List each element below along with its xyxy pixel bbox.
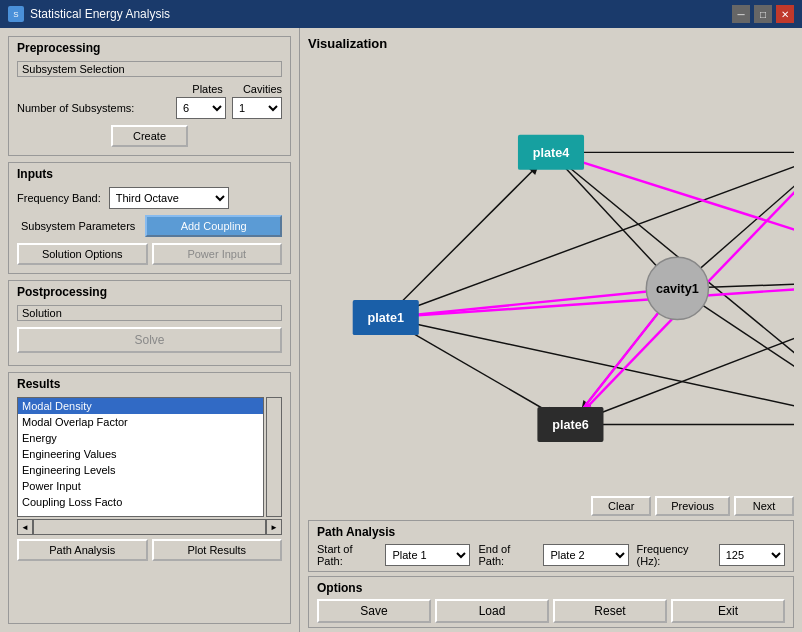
window-title: Statistical Energy Analysis (30, 7, 170, 21)
visualization-title: Visualization (308, 36, 794, 51)
path-analysis-button[interactable]: Path Analysis (17, 539, 148, 561)
app-icon: S (8, 6, 24, 22)
results-list: Modal DensityModal Overlap FactorEnergyE… (17, 397, 264, 517)
svg-line-8 (403, 321, 794, 421)
path-analysis-btn-row: Path Analysis Plot Results (17, 539, 282, 561)
main-container: Preprocessing Subsystem Selection Plates… (0, 28, 802, 632)
svg-text:plate4: plate4 (533, 146, 570, 160)
svg-line-16 (691, 164, 794, 277)
save-button[interactable]: Save (317, 599, 431, 623)
path-analysis-bar: Path Analysis Start of Path: Plate 1Plat… (308, 520, 794, 572)
svg-line-40 (581, 302, 666, 411)
title-bar-left: S Statistical Energy Analysis (8, 6, 170, 22)
scroll-left-arrow[interactable]: ◄ (17, 519, 33, 535)
solution-btns: Solution Options Power Input (17, 243, 282, 265)
graph-node-plate6[interactable]: plate6 (537, 407, 603, 442)
horiz-scrollbar[interactable] (33, 519, 266, 535)
svg-text:cavity1: cavity1 (656, 282, 699, 296)
svg-line-24 (692, 298, 794, 415)
start-of-path-select[interactable]: Plate 1Plate 2Plate 3 (385, 544, 470, 566)
close-button[interactable]: ✕ (776, 5, 794, 23)
title-bar: S Statistical Energy Analysis ─ □ ✕ (0, 0, 802, 28)
cavities-select[interactable]: 1023 (232, 97, 282, 119)
subsystem-params-row: Subsystem Parameters Add Coupling (17, 215, 282, 237)
minimize-button[interactable]: ─ (732, 5, 750, 23)
svg-text:plate1: plate1 (368, 311, 405, 325)
results-list-container: Modal DensityModal Overlap FactorEnergyE… (17, 397, 282, 517)
preprocessing-section: Preprocessing Subsystem Selection Plates… (8, 36, 291, 156)
inputs-title: Inputs (17, 167, 282, 181)
plot-results-button[interactable]: Plot Results (152, 539, 283, 561)
path-row: Start of Path: Plate 1Plate 2Plate 3 End… (317, 543, 785, 567)
results-item[interactable]: Engineering Levels (18, 462, 263, 478)
number-of-subsystems-label: Number of Subsystems: (17, 102, 134, 114)
scroll-right-arrow[interactable]: ► (266, 519, 282, 535)
graph-svg: plate1plate2plate3plate4plate5plate6cavi… (308, 55, 794, 483)
results-scrollbar[interactable] (266, 397, 282, 517)
results-item[interactable]: Engineering Values (18, 446, 263, 462)
end-of-path-select[interactable]: Plate 2Plate 1Plate 3 (543, 544, 628, 566)
options-bar: Options Save Load Reset Exit (308, 576, 794, 628)
subsystem-row: Number of Subsystems: 61234578 1023 (17, 97, 282, 119)
frequency-band-label: Frequency Band: (17, 192, 101, 204)
svg-text:plate6: plate6 (552, 418, 589, 432)
results-section: Results Modal DensityModal Overlap Facto… (8, 372, 291, 624)
right-panel: Visualization plate1plate2plate3plate4pl… (300, 28, 802, 632)
frequency-hz-select[interactable]: 1252505001000 (719, 544, 785, 566)
load-button[interactable]: Load (435, 599, 549, 623)
plates-cavities-header: Plates Cavities (17, 83, 282, 95)
results-item[interactable]: Energy (18, 430, 263, 446)
results-item[interactable]: Coupling Loss Facto (18, 494, 263, 510)
clear-button[interactable]: Clear (591, 496, 651, 516)
svg-text:S: S (13, 10, 18, 19)
results-item[interactable]: Modal Density (18, 398, 263, 414)
end-of-path-label: End of Path: (478, 543, 535, 567)
plates-select[interactable]: 61234578 (176, 97, 226, 119)
results-title: Results (17, 377, 282, 391)
solution-options-button[interactable]: Solution Options (17, 243, 148, 265)
cavities-label: Cavities (243, 83, 282, 95)
exit-button[interactable]: Exit (671, 599, 785, 623)
solution-title: Solution (17, 305, 282, 321)
add-coupling-button[interactable]: Add Coupling (145, 215, 282, 237)
graph-area: plate1plate2plate3plate4plate5plate6cavi… (308, 55, 794, 483)
subsystem-selection-title: Subsystem Selection (17, 61, 282, 77)
graph-node-plate1[interactable]: plate1 (353, 300, 419, 335)
previous-button[interactable]: Previous (655, 496, 730, 516)
preprocessing-title: Preprocessing (17, 41, 282, 55)
start-of-path-label: Start of Path: (317, 543, 377, 567)
svg-line-4 (402, 158, 794, 311)
horiz-scroll-container: ◄ ► (17, 519, 282, 535)
postprocessing-title: Postprocessing (17, 285, 282, 299)
results-item[interactable]: Modal Overlap Factor (18, 414, 263, 430)
clear-prev-next: Clear Previous Next (308, 496, 794, 516)
reset-button[interactable]: Reset (553, 599, 667, 623)
bottom-right: Clear Previous Next Path Analysis Start … (300, 492, 802, 632)
svg-line-2 (398, 165, 538, 305)
maximize-button[interactable]: □ (754, 5, 772, 23)
path-analysis-bar-title: Path Analysis (317, 525, 785, 539)
frequency-band-row: Frequency Band: Third Octave Octave Narr… (17, 187, 282, 209)
inputs-section: Inputs Frequency Band: Third Octave Octa… (8, 162, 291, 274)
options-title: Options (317, 581, 785, 595)
plates-label: Plates (192, 83, 223, 95)
postprocessing-section: Postprocessing Solution Solve (8, 280, 291, 366)
left-panel: Preprocessing Subsystem Selection Plates… (0, 28, 300, 632)
results-item[interactable]: Power Input (18, 478, 263, 494)
visualization-area: Visualization plate1plate2plate3plate4pl… (300, 28, 802, 492)
next-button[interactable]: Next (734, 496, 794, 516)
svg-line-6 (401, 326, 555, 415)
create-button[interactable]: Create (111, 125, 188, 147)
graph-node-plate4[interactable]: plate4 (518, 135, 584, 170)
subsystem-params-label: Subsystem Parameters (17, 218, 139, 234)
title-controls: ─ □ ✕ (732, 5, 794, 23)
frequency-hz-label: Frequency (Hz): (637, 543, 711, 567)
solve-button[interactable]: Solve (17, 327, 282, 353)
frequency-band-select[interactable]: Third Octave Octave Narrow Band (109, 187, 229, 209)
power-input-button[interactable]: Power Input (152, 243, 283, 265)
subsystem-selects: 61234578 1023 (176, 97, 282, 119)
options-buttons: Save Load Reset Exit (317, 599, 785, 623)
svg-line-34 (403, 290, 660, 316)
graph-node-cavity1[interactable]: cavity1 (646, 257, 708, 319)
